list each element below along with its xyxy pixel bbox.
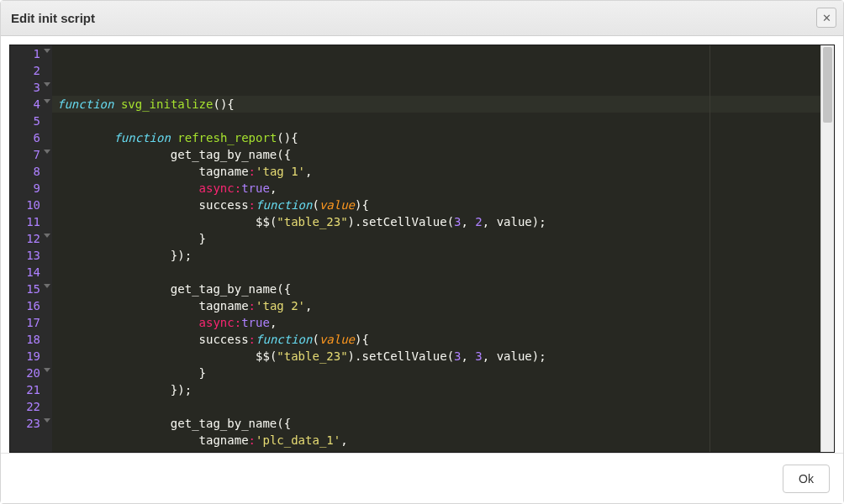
code-line[interactable]: $$("table_23").setCellValue(3, 2, value)… (52, 213, 820, 230)
gutter-line: 11 (10, 213, 52, 230)
dialog-titlebar[interactable]: Edit init script ✕ (1, 1, 843, 36)
line-number: 20 (26, 365, 49, 381)
code-line[interactable]: get_tag_by_name({ (52, 146, 820, 163)
gutter-line: 15 (10, 281, 52, 297)
gutter-line: 5 (10, 113, 52, 129)
line-number: 12 (26, 230, 49, 247)
gutter-line: 18 (10, 331, 52, 348)
ok-button[interactable]: Ok (783, 465, 830, 493)
code-line[interactable]: get_tag_by_name({ (52, 415, 820, 432)
fold-marker-icon[interactable] (44, 368, 50, 372)
fold-marker-icon[interactable] (44, 82, 50, 87)
gutter-line: 19 (10, 348, 52, 365)
code-editor[interactable]: 1234567891011121314151617181920212223 fu… (9, 45, 835, 453)
line-number: 17 (26, 314, 49, 331)
edit-script-dialog: Edit init script ✕ 123456789101112131415… (0, 0, 844, 504)
line-number: 5 (34, 113, 49, 129)
line-number: 4 (34, 96, 49, 113)
gutter-line: 17 (10, 314, 52, 331)
code-line[interactable] (52, 113, 820, 129)
code-line[interactable]: } (52, 365, 820, 381)
code-line[interactable]: async:true, (52, 314, 820, 331)
gutter-line: 2 (10, 62, 52, 79)
fold-marker-icon[interactable] (44, 418, 50, 423)
code-line[interactable]: function svg_initalize(){ (52, 96, 820, 113)
code-line[interactable]: function refresh_report(){ (52, 129, 820, 146)
gutter-line: 22 (10, 398, 52, 415)
gutter-line: 21 (10, 381, 52, 398)
dialog-footer: Ok (1, 453, 843, 503)
line-number: 13 (26, 247, 49, 264)
line-number: 21 (26, 381, 49, 398)
gutter-line: 4 (10, 96, 52, 113)
line-number: 22 (26, 398, 49, 415)
gutter-line: 6 (10, 129, 52, 146)
fold-marker-icon[interactable] (44, 99, 50, 103)
gutter-line: 1 (10, 45, 52, 62)
fold-marker-icon[interactable] (44, 234, 50, 238)
print-margin (709, 45, 710, 452)
close-icon: ✕ (822, 12, 831, 24)
fold-marker-icon[interactable] (44, 49, 50, 53)
line-number: 15 (26, 281, 49, 297)
vertical-scrollbar[interactable] (820, 45, 834, 452)
code-line[interactable]: success:function(value){ (52, 197, 820, 213)
gutter-line: 13 (10, 247, 52, 264)
code-line[interactable]: }); (52, 381, 820, 398)
gutter-line: 7 (10, 146, 52, 163)
fold-marker-icon[interactable] (44, 284, 50, 288)
code-line[interactable]: }); (52, 247, 820, 264)
fold-marker-icon[interactable] (44, 150, 50, 154)
editor-gutter: 1234567891011121314151617181920212223 (10, 45, 52, 452)
line-number: 1 (34, 45, 49, 62)
line-number: 16 (26, 297, 49, 314)
code-line[interactable]: success:function(value){ (52, 331, 820, 348)
line-number: 19 (26, 348, 49, 365)
code-line[interactable]: tagname:'plc_data_1', (52, 432, 820, 449)
code-line[interactable]: async:true, (52, 449, 820, 452)
gutter-line: 8 (10, 163, 52, 180)
code-line[interactable]: } (52, 230, 820, 247)
line-number: 8 (34, 163, 49, 180)
line-number: 14 (26, 264, 49, 281)
gutter-line: 16 (10, 297, 52, 314)
gutter-line: 14 (10, 264, 52, 281)
gutter-line: 10 (10, 197, 52, 213)
code-line[interactable]: tagname:'tag 2', (52, 297, 820, 314)
line-number: 9 (34, 180, 49, 197)
code-line[interactable]: tagname:'tag 1', (52, 163, 820, 180)
scrollbar-thumb[interactable] (823, 47, 832, 123)
gutter-line: 23 (10, 415, 52, 432)
dialog-body: 1234567891011121314151617181920212223 fu… (1, 36, 843, 453)
line-number: 18 (26, 331, 49, 348)
gutter-line: 9 (10, 180, 52, 197)
line-number: 23 (26, 415, 49, 432)
code-line[interactable]: $$("table_23").setCellValue(3, 3, value)… (52, 348, 820, 365)
line-number: 7 (34, 146, 49, 163)
gutter-line: 12 (10, 230, 52, 247)
dialog-title: Edit init script (11, 11, 95, 25)
line-number: 11 (26, 213, 49, 230)
gutter-line: 3 (10, 79, 52, 96)
line-number: 3 (34, 79, 49, 96)
gutter-line: 20 (10, 365, 52, 381)
line-number: 6 (34, 129, 49, 146)
line-number: 2 (34, 62, 49, 79)
code-line[interactable] (52, 264, 820, 281)
line-number: 10 (26, 197, 49, 213)
code-line[interactable]: get_tag_by_name({ (52, 281, 820, 297)
editor-code-area[interactable]: function svg_initalize(){ function refre… (52, 45, 820, 452)
code-line[interactable] (52, 398, 820, 415)
close-button[interactable]: ✕ (816, 8, 836, 28)
code-line[interactable]: async:true, (52, 180, 820, 197)
